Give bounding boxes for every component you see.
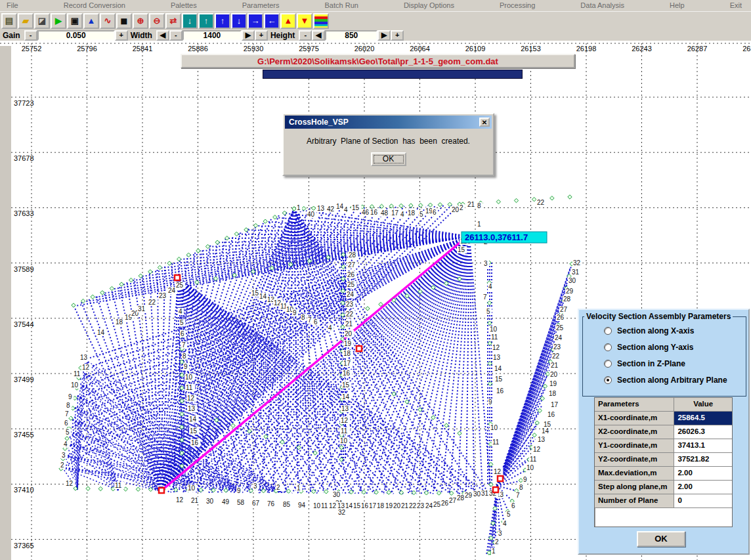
new-file-button[interactable]: ▤ [1,13,17,29]
station-label: 17 [551,401,559,408]
width-prev-button[interactable]: ◀ [156,30,169,41]
radio-label: Section along X-axis [617,326,694,335]
down-arrow-blue-icon: ↓ [237,16,242,25]
station-label: 17 [391,209,399,217]
station-label: 21 [551,362,559,369]
width-plus-button[interactable]: + [255,30,268,41]
dialog-title: CrossHole_VSP [289,118,349,127]
radio-option-3[interactable]: Section in Z-Plane [604,359,746,368]
wellhead-marker-icon [498,476,503,481]
param-value-cell[interactable]: 0 [674,494,732,508]
menu-item-palettes[interactable]: Palettes [171,1,197,9]
station-label: 15 [352,204,360,211]
menu-item-file[interactable]: File [7,1,18,9]
station-label: 3 [484,260,488,267]
station-marker-icon [302,206,306,210]
height-plus-button[interactable]: + [391,30,404,41]
station-label: 6 [181,330,184,337]
triangle-down-red-button[interactable]: ▼ [297,13,312,29]
raypath-line [177,278,460,494]
height-next-button[interactable]: ▶ [377,30,391,41]
station-marker-icon [387,490,391,494]
close-icon[interactable]: ✕ [479,118,490,127]
y-axis-tick-label: 37499 [14,376,34,383]
panel-ok-button[interactable]: OK [637,531,685,547]
menu-item-parameters[interactable]: Parameters [242,1,280,9]
zoom-out-button[interactable]: ⊖ [149,13,165,29]
station-label: 16 [496,387,504,395]
menu-item-record-conversion[interactable]: Record Conversion [64,1,125,9]
width-next-button[interactable]: ▶ [242,30,255,41]
radio-selected-icon[interactable] [604,376,612,384]
palette-stripes-button[interactable] [313,13,329,29]
table-header-row: ParametersValue [595,398,732,412]
station-label: 4 [503,520,507,527]
station-marker-icon [438,203,442,207]
triangle-up-red-button[interactable]: ▲ [280,13,296,29]
y-axis-tick-label: 37455 [14,431,34,439]
up-arrow-teal-button[interactable]: ↑ [198,13,214,29]
swap-arrows-button[interactable]: ⇄ [165,13,181,29]
left-arrow-blue-button[interactable]: ← [264,13,280,29]
dialog-ok-button[interactable]: OK [371,152,406,166]
open-folder-button[interactable]: ▰ [18,13,33,29]
station-label: 94 [298,502,306,509]
waveform-button[interactable]: ∿ [100,13,116,29]
save-import-button[interactable]: ◪ [34,13,50,29]
param-value-cell[interactable]: 37521.82 [674,453,732,467]
station-marker-icon [100,291,104,295]
station-marker-icon [119,282,123,286]
width-minus-button[interactable]: - [169,30,182,41]
station-marker-icon [129,278,133,282]
gain-plus-button[interactable]: + [115,30,128,41]
station-label: 30 [333,491,341,498]
radio-unselected-icon[interactable] [604,327,612,335]
menu-item-batch-run[interactable]: Batch Run [325,1,358,9]
up-arrow-blue-button[interactable]: ↑ [215,13,230,29]
param-value-cell[interactable]: 2.00 [674,467,732,481]
down-arrow-teal-button[interactable]: ↓ [182,13,198,29]
right-arrow-blue-button[interactable]: → [247,13,263,29]
height-prev-button[interactable]: ◀ [312,30,325,41]
station-label: 9 [184,363,188,370]
station-label: 14 [259,293,267,300]
station-label: 10 [526,464,534,471]
station-label: 12 [329,502,337,509]
gain-value-input[interactable] [37,30,115,41]
run-button[interactable]: ▶ [51,13,66,29]
param-value-cell[interactable]: 25864.5 [674,412,732,425]
table-row: Step along plane,m2.00 [595,481,732,494]
height-minus-button[interactable]: - [299,30,312,41]
header-value: Value [674,398,732,412]
param-value-cell[interactable]: 2.00 [674,481,732,494]
station-label: 58 [237,499,245,506]
zoom-in-button[interactable]: ⊕ [133,13,148,29]
station-label: 40 [307,211,315,218]
section-type-groupbox: Velocity Section Assembly Parameters Sec… [582,316,746,397]
menu-item-data-analysis[interactable]: Data Analysis [580,1,624,9]
radio-unselected-icon[interactable] [604,343,612,351]
width-value-input[interactable] [182,30,242,41]
menu-item-help[interactable]: Help [670,1,685,9]
station-label: 25 [176,282,184,289]
save-button[interactable]: ◼ [116,13,132,29]
height-value-input[interactable] [325,30,377,41]
stop-button[interactable]: ▣ [67,13,83,29]
radio-option-2[interactable]: Section along Y-axis [604,343,746,352]
radio-option-4[interactable]: Section along Arbitrary Plane [604,376,746,385]
menu-item-processing[interactable]: Processing [500,1,535,9]
radio-unselected-icon[interactable] [604,360,612,368]
menu-item-display-options[interactable]: Display Options [404,1,454,9]
radio-option-1[interactable]: Section along X-axis [604,326,746,335]
param-value-cell[interactable]: 37413.1 [674,439,732,453]
dialog-title-bar[interactable]: CrossHole_VSP ✕ [285,116,492,129]
param-value-cell[interactable]: 26026.3 [674,425,732,439]
station-label: 24 [168,287,176,294]
open-folder-icon: ▰ [22,16,29,25]
station-label: 19 [344,340,352,347]
gain-minus-button[interactable]: - [24,30,37,41]
menu-item-exit[interactable]: Exit [730,1,742,9]
down-arrow-blue-button[interactable]: ↓ [231,13,247,29]
station-label: 4 [328,324,332,332]
histogram-button[interactable]: ▲ [83,13,99,29]
